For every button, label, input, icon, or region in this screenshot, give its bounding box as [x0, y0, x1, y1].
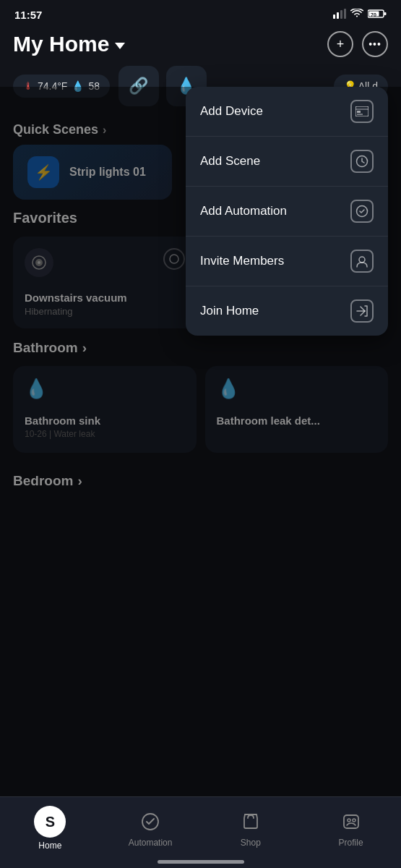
svg-rect-1 [337, 12, 339, 19]
svg-rect-5 [384, 12, 387, 15]
add-device-item[interactable]: Add Device [186, 87, 388, 137]
chevron-down-icon [115, 43, 125, 49]
nav-automation-label: Automation [129, 838, 173, 848]
wifi-icon [350, 9, 363, 21]
add-device-label: Add Device [200, 104, 263, 119]
header-actions: + ••• [327, 31, 388, 57]
svg-rect-3 [344, 9, 346, 19]
join-home-item[interactable]: Join Home [186, 286, 388, 336]
status-icons: 70 [333, 9, 387, 21]
nav-automation[interactable]: Automation [100, 809, 201, 848]
add-automation-item[interactable]: Add Automation [186, 187, 388, 237]
svg-text:70: 70 [371, 12, 376, 17]
svg-point-27 [353, 819, 355, 822]
profile-nav-icon [338, 809, 364, 835]
shop-nav-icon [238, 809, 264, 835]
svg-rect-25 [344, 815, 358, 828]
app-title: My Home [13, 32, 109, 56]
invite-members-icon [350, 250, 374, 273]
add-button[interactable]: + [327, 31, 353, 57]
nav-profile[interactable]: Profile [301, 809, 401, 848]
header-title[interactable]: My Home [13, 32, 125, 56]
status-bar: 11:57 70 [0, 0, 401, 27]
svg-point-14 [359, 257, 365, 263]
more-button[interactable]: ••• [362, 31, 388, 57]
add-scene-icon [350, 150, 374, 173]
join-home-label: Join Home [200, 304, 259, 318]
battery-icon: 70 [368, 9, 387, 21]
invite-members-label: Invite Members [200, 254, 284, 268]
signal-icon [333, 9, 346, 21]
add-automation-icon [350, 200, 374, 223]
header: My Home + ••• [0, 27, 401, 66]
svg-rect-2 [340, 10, 342, 19]
home-nav-icon: S [34, 806, 66, 838]
status-time: 11:57 [14, 9, 42, 21]
join-home-icon [350, 299, 374, 323]
svg-rect-0 [333, 14, 335, 19]
nav-home-label: Home [38, 841, 61, 851]
bottom-nav: S Home Automation Shop [0, 796, 401, 868]
nav-shop-label: Shop [241, 838, 261, 848]
invite-members-item[interactable]: Invite Members [186, 237, 388, 286]
add-scene-item[interactable]: Add Scene [186, 137, 388, 187]
home-icon-letter: S [46, 814, 55, 830]
add-automation-label: Add Automation [200, 204, 287, 218]
home-indicator [158, 860, 244, 864]
svg-rect-11 [357, 114, 363, 115]
nav-shop[interactable]: Shop [201, 809, 301, 848]
nav-profile-label: Profile [339, 838, 363, 848]
add-icon: + [337, 37, 345, 52]
nav-home[interactable]: S Home [0, 806, 100, 851]
svg-point-26 [348, 819, 350, 822]
add-scene-label: Add Scene [200, 154, 260, 169]
more-icon: ••• [368, 38, 381, 50]
dropdown-menu: Add Device Add Scene Add Automation [186, 87, 388, 336]
automation-nav-icon [137, 809, 163, 835]
add-device-icon [350, 100, 374, 123]
svg-rect-10 [357, 111, 361, 113]
